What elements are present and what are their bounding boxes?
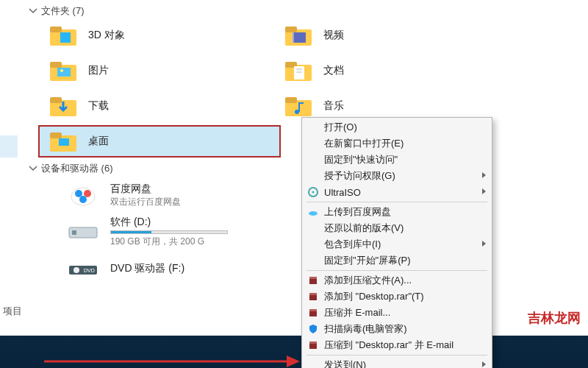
- svg-rect-2: [60, 32, 71, 43]
- svg-rect-13: [294, 66, 304, 79]
- ctx-send-to[interactable]: 发送到(N): [302, 357, 492, 368]
- hard-drive-icon: [66, 217, 100, 247]
- folder-item-documents[interactable]: 文档: [279, 54, 514, 87]
- svg-rect-9: [57, 68, 71, 77]
- svg-rect-44: [309, 342, 317, 344]
- svg-rect-4: [285, 26, 297, 32]
- submenu-arrow-icon: [482, 188, 486, 194]
- annotation-arrow-icon: [44, 353, 301, 358]
- ctx-pin-start[interactable]: 固定到"开始"屏幕(P): [302, 252, 492, 269]
- folder-label: 桌面: [88, 135, 109, 148]
- folder-label: 图片: [88, 64, 109, 77]
- folder-item-videos[interactable]: 视频: [279, 19, 514, 52]
- drive-label: DVD 驱动器 (F:): [110, 262, 184, 275]
- context-menu: 打开(O) 在新窗口中打开(E) 固定到"快速访问" 授予访问权限(G) Ult…: [301, 117, 492, 368]
- svg-rect-23: [59, 138, 69, 146]
- folder-downloads-icon: [49, 93, 78, 119]
- ctx-compress-email[interactable]: 压缩并 E-mail...: [302, 305, 492, 321]
- folder-label: 3D 对象: [88, 29, 125, 42]
- ctx-open-new-window[interactable]: 在新窗口中打开(E): [302, 135, 492, 152]
- folder-label: 音乐: [323, 99, 344, 113]
- svg-rect-19: [285, 97, 297, 103]
- ctx-separator: [306, 270, 487, 271]
- ctx-ultraiso[interactable]: UltraISO: [302, 184, 492, 200]
- svg-rect-29: [72, 230, 76, 235]
- dvd-drive-icon: DVD: [66, 254, 100, 283]
- ctx-include-library[interactable]: 包含到库中(I): [302, 236, 492, 252]
- svg-rect-8: [50, 62, 62, 68]
- ctx-scan-virus[interactable]: 扫描病毒(电脑管家): [302, 321, 492, 337]
- svg-rect-17: [50, 97, 62, 103]
- svg-rect-6: [293, 32, 294, 43]
- disc-icon: [306, 185, 320, 199]
- folder-label: 视频: [323, 29, 344, 42]
- archive-icon: [306, 274, 320, 287]
- svg-point-31: [74, 267, 79, 273]
- cloud-icon: [306, 205, 320, 219]
- section-folders-title: 文件夹 (7): [41, 4, 85, 18]
- folder-item-desktop-selected[interactable]: 桌面: [38, 125, 281, 158]
- folder-pictures-icon: [49, 57, 78, 84]
- folder-label: 文档: [323, 64, 344, 77]
- section-drives-title: 设备和驱动器 (6): [41, 162, 113, 175]
- folder-video-icon: [284, 22, 313, 49]
- folder-item-pictures[interactable]: 图片: [44, 54, 279, 87]
- watermark-text: 吉林龙网: [528, 309, 581, 327]
- svg-rect-42: [309, 309, 317, 311]
- svg-text:DVD: DVD: [84, 268, 95, 273]
- shield-icon: [306, 322, 320, 336]
- drive-label: 百度网盘: [110, 183, 181, 196]
- section-folders-header[interactable]: 文件夹 (7): [22, 3, 588, 19]
- svg-point-27: [79, 196, 87, 203]
- status-bar-label: 项目: [0, 305, 22, 318]
- svg-point-26: [84, 190, 91, 197]
- svg-point-36: [309, 211, 318, 216]
- svg-point-10: [60, 69, 63, 72]
- archive-icon: [306, 290, 320, 303]
- svg-rect-38: [309, 277, 317, 279]
- drive-sublabel: 双击运行百度网盘: [110, 196, 181, 208]
- folder-desktop-icon: [49, 128, 78, 155]
- ctx-compress-rar-email[interactable]: 压缩到 "Desktop.rar" 并 E-mail: [302, 337, 492, 353]
- ctx-separator: [306, 355, 487, 355]
- svg-rect-5: [293, 32, 306, 43]
- folder-item-3d-objects[interactable]: 3D 对象: [44, 19, 279, 52]
- ctx-grant-access[interactable]: 授予访问权限(G): [302, 168, 492, 184]
- ctx-add-desktop-rar[interactable]: 添加到 "Desktop.rar"(T): [302, 289, 492, 305]
- folder-3d-icon: [49, 22, 78, 49]
- folder-music-icon: [284, 93, 313, 119]
- svg-rect-1: [50, 26, 62, 32]
- folder-item-downloads[interactable]: 下载: [44, 90, 279, 122]
- submenu-arrow-icon: [482, 241, 486, 247]
- chevron-down-icon: [28, 6, 38, 16]
- svg-point-25: [75, 190, 82, 197]
- drive-capacity-bar: [110, 230, 228, 234]
- archive-icon: [306, 306, 320, 319]
- drive-list: 百度网盘 双击运行百度网盘 软件 (D:) 190 GB 可用，共 200 G …: [0, 177, 588, 287]
- drive-sublabel: 190 GB 可用，共 200 G: [110, 236, 228, 248]
- svg-rect-40: [309, 293, 317, 295]
- archive-icon: [306, 339, 320, 352]
- folder-documents-icon: [284, 57, 313, 84]
- ctx-open[interactable]: 打开(O): [302, 119, 492, 135]
- ctx-pin-quick-access[interactable]: 固定到"快速访问": [302, 152, 492, 168]
- folder-label: 下载: [88, 99, 109, 113]
- baidu-netdisk-icon: [66, 180, 100, 210]
- svg-rect-22: [50, 132, 62, 138]
- folder-grid: 3D 对象 视频 图片 文档 下载: [0, 19, 588, 158]
- submenu-arrow-icon: [482, 361, 486, 367]
- svg-point-35: [312, 191, 315, 194]
- ctx-upload-baidu[interactable]: 上传到百度网盘: [302, 204, 492, 220]
- drive-label: 软件 (D:): [110, 216, 228, 229]
- ctx-add-archive[interactable]: 添加到压缩文件(A)...: [302, 272, 492, 289]
- submenu-arrow-icon: [482, 172, 486, 178]
- nav-panel-stub: [0, 135, 18, 158]
- ctx-separator: [306, 202, 487, 202]
- explorer-window: 文件夹 (7) 3D 对象 视频 图片 文档: [0, 3, 588, 368]
- ctx-restore-previous[interactable]: 还原以前的版本(V): [302, 220, 492, 236]
- chevron-down-icon: [28, 163, 38, 174]
